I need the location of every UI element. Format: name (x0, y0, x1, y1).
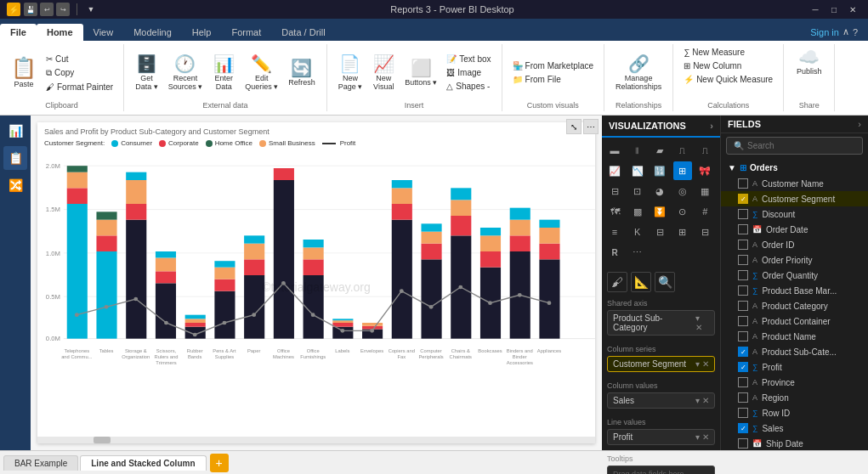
field-profit-checkbox[interactable]: ✓ (738, 362, 748, 372)
field-product-container[interactable]: A Product Container (721, 313, 868, 329)
field-product-sub-cate[interactable]: ✓ A Product Sub-Cate... (721, 344, 868, 359)
maximize-button[interactable]: □ (825, 3, 842, 16)
viz-stacked-bar[interactable]: ▬ (605, 141, 624, 160)
expand-icon[interactable]: ⤡ (566, 119, 582, 134)
viz-waterfall[interactable]: ⊟ (605, 182, 624, 200)
publish-button[interactable]: ☁️ Publish (792, 46, 826, 78)
fields-search-input[interactable] (747, 141, 855, 150)
tab-home[interactable]: Home (37, 24, 83, 41)
format-painter-button[interactable]: 🖌 Format Painter (43, 81, 116, 93)
field-sales[interactable]: ✓ ∑ Sales (721, 420, 868, 436)
tab-format[interactable]: Format (221, 24, 271, 41)
field-order-priority-checkbox[interactable] (738, 255, 748, 265)
field-product-category-checkbox[interactable] (738, 301, 748, 311)
field-profit[interactable]: ✓ ∑ Profit (721, 359, 868, 375)
field-order-quantity-checkbox[interactable] (738, 270, 748, 280)
from-marketplace-button[interactable]: 🏪 From Marketplace (509, 59, 598, 72)
viz-line-stacked[interactable]: ⊞ (673, 161, 692, 180)
cut-button[interactable]: ✂ Cut (43, 53, 116, 65)
field-ship-date-checkbox[interactable] (738, 438, 748, 449)
viz-stacked-col[interactable]: ⎍ (695, 141, 714, 160)
viz-funnel[interactable]: ⏬ (650, 202, 669, 221)
tab-line-stacked-column[interactable]: Line and Stacked Column (80, 455, 206, 471)
analytics-icon[interactable]: 📐 (631, 272, 651, 292)
field-product-base-mar-checkbox[interactable] (738, 285, 748, 296)
viz-pie[interactable]: ◕ (650, 182, 669, 200)
viz-r-visual[interactable]: R (605, 243, 624, 262)
viz-treemap[interactable]: ▦ (695, 182, 714, 200)
drill-icon[interactable]: 🔍 (655, 272, 675, 292)
shared-axis-field[interactable]: Product Sub-Category ▾ ✕ (607, 310, 715, 336)
tab-help[interactable]: Help (182, 24, 222, 41)
viz-clustered-bar[interactable]: ⫴ (628, 141, 647, 160)
viz-area[interactable]: 📉 (628, 161, 647, 180)
field-sales-checkbox[interactable]: ✓ (738, 423, 748, 433)
close-button[interactable]: ✕ (844, 3, 861, 16)
line-values-remove[interactable]: ▾ ✕ (695, 432, 709, 442)
column-series-field[interactable]: Customer Segment ▾ ✕ (607, 356, 715, 372)
field-discount-checkbox[interactable] (738, 209, 748, 219)
field-order-quantity[interactable]: ∑ Order Quantity (721, 268, 868, 283)
chart-container[interactable]: ©tutorialgateway.org 2.0M 1.5M 1.0M 0.5M… (37, 156, 595, 418)
nav-data[interactable]: 📋 (3, 146, 27, 170)
fields-search-box[interactable]: 🔍 (726, 137, 863, 155)
buttons-button[interactable]: ⬜ Buttons ▾ (400, 57, 441, 89)
redo-icon[interactable]: ↪ (56, 3, 70, 16)
field-product-sub-cate-checkbox[interactable]: ✓ (738, 347, 748, 357)
save-icon[interactable]: 💾 (24, 3, 37, 16)
tab-data-drill[interactable]: Data / Drill (271, 24, 335, 41)
sign-in-link[interactable]: Sign in (810, 27, 839, 37)
refresh-button[interactable]: 🔄 Refresh (284, 57, 320, 89)
field-ship-date[interactable]: 📅 Ship Date (721, 436, 868, 450)
fields-expand-icon[interactable]: › (858, 119, 861, 129)
viz-multirow-card[interactable]: ≡ (605, 223, 624, 241)
viz-card[interactable]: # (695, 202, 714, 221)
field-order-priority[interactable]: A Order Priority (721, 252, 868, 268)
manage-relationships-button[interactable]: 🔗 ManageRelationships (611, 53, 666, 93)
field-product-name[interactable]: A Product Name (721, 329, 868, 344)
field-province-checkbox[interactable] (738, 377, 748, 387)
viz-matrix[interactable]: ⊟ (695, 223, 714, 241)
new-page-button[interactable]: 📄 NewPage ▾ (334, 53, 367, 93)
field-product-name-checkbox[interactable] (738, 331, 748, 341)
orders-group-header[interactable]: ▼ ⊞ Orders (721, 160, 868, 176)
line-values-field[interactable]: Profit ▾ ✕ (607, 429, 715, 445)
new-column-button[interactable]: ⊞ New Column (680, 59, 776, 72)
field-discount[interactable]: ∑ Discount (721, 206, 868, 222)
tab-modeling[interactable]: Modeling (123, 24, 182, 41)
field-order-date-checkbox[interactable] (738, 224, 748, 234)
more-options-icon[interactable]: ⋯ (583, 119, 599, 134)
viz-table[interactable]: ⊞ (673, 223, 692, 241)
field-row-id-checkbox[interactable] (738, 408, 748, 418)
image-button[interactable]: 🖼 Image (443, 66, 494, 79)
field-order-date[interactable]: 📅 Order Date (721, 222, 868, 237)
get-data-button[interactable]: 🗄️ GetData ▾ (131, 53, 162, 93)
viz-clustered-col[interactable]: ⎍ (673, 141, 692, 160)
field-customer-segment[interactable]: ✓ A Customer Segment (721, 191, 868, 206)
minimize-button[interactable]: ─ (807, 3, 824, 16)
edit-queries-button[interactable]: ✏️ EditQueries ▾ (241, 53, 282, 93)
viz-donut[interactable]: ◎ (673, 182, 692, 200)
field-product-container-checkbox[interactable] (738, 316, 748, 326)
viz-line-clustered[interactable]: 🔢 (650, 161, 669, 180)
help-icon[interactable]: ? (853, 27, 858, 37)
column-values-remove[interactable]: ▾ ✕ (695, 396, 709, 405)
text-box-button[interactable]: 📝 Text box (443, 53, 494, 65)
field-order-id-checkbox[interactable] (738, 240, 748, 250)
tooltips-drop-zone[interactable]: Drag data fields here (607, 466, 715, 474)
viz-stacked-bar-100[interactable]: ▰ (650, 141, 669, 160)
shapes-button[interactable]: △ Shapes - (443, 80, 494, 93)
tab-bar-example[interactable]: BAR Example (3, 455, 78, 471)
column-values-field[interactable]: Sales ▾ ✕ (607, 392, 715, 409)
viz-ribbon[interactable]: 🎀 (695, 161, 714, 180)
field-order-id[interactable]: A Order ID (721, 237, 868, 252)
field-region-checkbox[interactable] (738, 392, 748, 403)
new-visual-button[interactable]: 📈 NewVisual (368, 53, 399, 93)
column-series-remove[interactable]: ▾ ✕ (695, 359, 709, 369)
field-province[interactable]: A Province (721, 375, 868, 390)
field-region[interactable]: A Region (721, 390, 868, 405)
field-customer-name[interactable]: A Customer Name (721, 176, 868, 191)
new-quick-measure-button[interactable]: ⚡ New Quick Measure (680, 73, 776, 86)
undo-icon[interactable]: ↩ (40, 3, 54, 16)
viz-slicer[interactable]: ⊟ (650, 223, 669, 241)
